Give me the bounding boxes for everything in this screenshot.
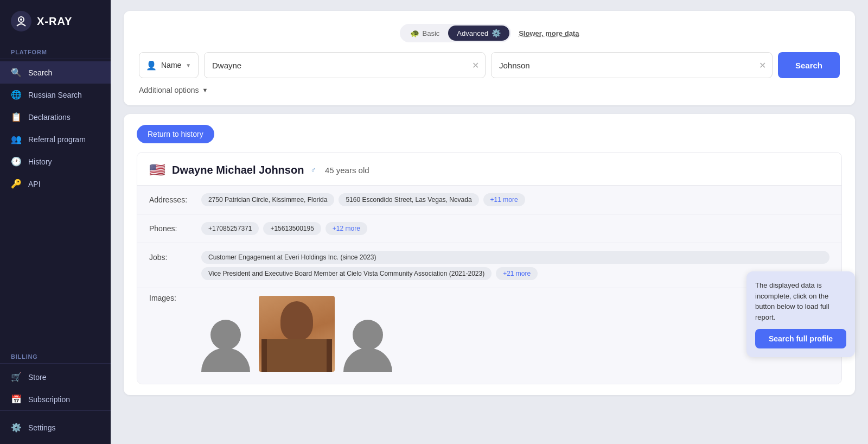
addresses-label: Addresses: — [149, 193, 193, 204]
sidebar-item-russian-label: Russian Search — [28, 91, 82, 99]
mode-slow-strong: Slower, more data — [519, 29, 579, 37]
mode-toggle: 🐢 Basic Advanced ⚙️ — [400, 24, 512, 42]
basic-mode-button[interactable]: 🐢 Basic — [401, 26, 449, 41]
sidebar-item-declarations-label: Declarations — [28, 113, 71, 122]
search-fields-row: 👤 Name ▼ ✕ ✕ Search — [139, 52, 840, 78]
basic-mode-label: Basic — [423, 29, 440, 37]
profile-card: 🇺🇸 Dwayne Michael Johnson ♂ 45 years old… — [137, 152, 842, 384]
main-content: 🐢 Basic Advanced ⚙️ Slower, more data 👤 … — [111, 0, 868, 444]
russian-search-icon: 🌐 — [11, 90, 22, 100]
sidebar-item-history[interactable]: 🕐 History — [0, 150, 111, 173]
profile-age: 45 years old — [325, 166, 369, 175]
person-icon: 👤 — [146, 60, 157, 71]
settings-icon: ⚙️ — [11, 422, 22, 433]
mode-slow-text: Slower, more data — [519, 29, 579, 37]
first-name-input[interactable] — [204, 52, 486, 78]
address-tag-1: 5160 Escondido Street, Las Vegas, Nevada — [339, 193, 478, 206]
jobs-label: Jobs: — [149, 251, 193, 262]
history-icon: 🕐 — [11, 156, 22, 167]
search-by-chevron: ▼ — [186, 62, 191, 68]
sidebar-item-settings[interactable]: ⚙️ Settings — [0, 416, 111, 439]
search-by-value: Name — [161, 61, 181, 69]
phones-row: Phones: +17085257371 +15613500195 +12 mo… — [137, 214, 841, 243]
search-full-profile-button[interactable]: Search full profile — [755, 329, 846, 348]
sidebar-item-history-label: History — [28, 157, 52, 166]
additional-options-label: Additional options — [139, 86, 199, 94]
additional-options-chevron: ▼ — [202, 87, 208, 93]
job-tag-1: Vice President and Executive Board Membe… — [201, 267, 492, 280]
profile-header: 🇺🇸 Dwayne Michael Johnson ♂ 45 years old — [137, 153, 841, 186]
address-tag-more[interactable]: +11 more — [483, 193, 525, 206]
basic-mode-icon: 🐢 — [410, 29, 419, 37]
search-by-selector[interactable]: 👤 Name ▼ — [139, 52, 199, 78]
avatar-body-2 — [343, 348, 392, 372]
search-mode-row: 🐢 Basic Advanced ⚙️ Slower, more data — [139, 24, 840, 42]
last-name-field-wrap: ✕ — [491, 52, 773, 78]
job-tag-0: Customer Engagement at Everi Holdings In… — [201, 251, 829, 264]
avatar-head-2 — [353, 320, 383, 350]
images-container — [201, 291, 392, 376]
neck-shape — [261, 339, 332, 372]
sidebar-item-declarations[interactable]: 📋 Declarations — [0, 106, 111, 128]
last-name-clear-button[interactable]: ✕ — [758, 59, 767, 72]
phone-tag-0: +17085257371 — [201, 222, 259, 235]
address-tag-0: 2750 Patrician Circle, Kissimmee, Florid… — [201, 193, 334, 206]
addresses-row: Addresses: 2750 Patrician Circle, Kissim… — [137, 186, 841, 214]
last-name-input[interactable] — [491, 52, 773, 78]
subscription-icon: 📅 — [11, 394, 22, 404]
addresses-tags: 2750 Patrician Circle, Kissimmee, Florid… — [201, 193, 829, 206]
sidebar-item-referral-label: Referral program — [28, 135, 86, 144]
sidebar-item-api-label: API — [28, 180, 41, 188]
jobs-row: Jobs: Customer Engagement at Everi Holdi… — [137, 243, 841, 288]
phone-tag-1: +15613500195 — [263, 222, 321, 235]
tooltip-text: The displayed data is incomplete, click … — [755, 280, 846, 322]
job-tag-more[interactable]: +21 more — [496, 267, 538, 280]
advanced-mode-button[interactable]: Advanced ⚙️ — [448, 26, 509, 41]
sidebar-item-search-label: Search — [28, 68, 52, 77]
logo-text: X-RAY — [37, 15, 72, 28]
sidebar-item-russian-search[interactable]: 🌐 Russian Search — [0, 84, 111, 106]
sidebar-logo: X-RAY — [0, 0, 111, 45]
platform-section-label: Platform — [0, 45, 111, 59]
search-nav-icon: 🔍 — [11, 67, 22, 78]
advanced-mode-icon: ⚙️ — [492, 29, 501, 37]
sidebar-item-settings-label: Settings — [28, 423, 56, 432]
sidebar-item-subscription[interactable]: 📅 Subscription — [0, 388, 111, 410]
avatar-body-1 — [201, 348, 250, 372]
sidebar: X-RAY Platform 🔍 Search 🌐 Russian Search… — [0, 0, 111, 444]
billing-section-label: Billing — [0, 349, 111, 364]
phone-tag-more[interactable]: +12 more — [326, 222, 367, 235]
jobs-tags: Customer Engagement at Everi Holdings In… — [201, 251, 829, 280]
flag-icon: 🇺🇸 — [149, 162, 165, 177]
profile-name: Dwayne Michael Johnson — [172, 164, 304, 176]
store-icon: 🛒 — [11, 372, 22, 382]
profile-body: Addresses: 2750 Patrician Circle, Kissim… — [137, 186, 841, 384]
results-panel: Return to history 🇺🇸 Dwayne Michael John… — [124, 114, 855, 395]
declarations-icon: 📋 — [11, 112, 22, 122]
advanced-mode-label: Advanced — [457, 29, 488, 37]
phones-tags: +17085257371 +15613500195 +12 more — [201, 222, 829, 235]
avatar-placeholder-2 — [343, 320, 392, 372]
logo-icon — [11, 11, 31, 31]
sidebar-item-search[interactable]: 🔍 Search — [0, 61, 111, 84]
return-to-history-button[interactable]: Return to history — [137, 125, 214, 143]
svg-point-1 — [20, 18, 22, 21]
sidebar-item-subscription-label: Subscription — [28, 395, 70, 404]
sidebar-item-store[interactable]: 🛒 Store — [0, 366, 111, 388]
sidebar-item-referral[interactable]: 👥 Referral program — [0, 128, 111, 150]
gender-icon: ♂ — [310, 166, 316, 174]
sidebar-item-api[interactable]: 🔑 API — [0, 173, 111, 195]
images-row: Images: — [137, 288, 841, 384]
images-label: Images: — [149, 291, 193, 302]
sidebar-item-store-label: Store — [28, 373, 46, 382]
search-full-profile-panel: The displayed data is incomplete, click … — [746, 271, 855, 357]
search-panel: 🐢 Basic Advanced ⚙️ Slower, more data 👤 … — [124, 11, 855, 105]
avatar-head-1 — [210, 320, 241, 350]
first-name-clear-button[interactable]: ✕ — [471, 59, 480, 72]
additional-options-row[interactable]: Additional options ▼ — [139, 86, 840, 94]
first-name-field-wrap: ✕ — [204, 52, 486, 78]
phones-label: Phones: — [149, 222, 193, 233]
referral-icon: 👥 — [11, 134, 22, 144]
search-button[interactable]: Search — [778, 52, 840, 78]
api-icon: 🔑 — [11, 179, 22, 189]
